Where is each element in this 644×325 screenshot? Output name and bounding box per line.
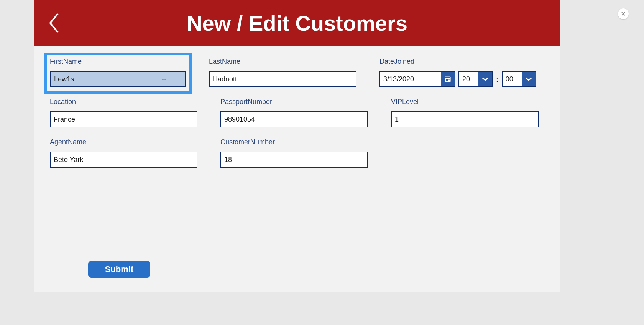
customer-form-modal: New / Edit Customers FirstName LastName … <box>34 0 560 292</box>
hour-dropdown-button[interactable] <box>478 72 492 86</box>
viplevel-input[interactable] <box>391 111 539 127</box>
firstname-input[interactable] <box>50 71 186 87</box>
datejoined-group: 20 : 00 <box>380 71 527 87</box>
modal-header: New / Edit Customers <box>34 0 560 46</box>
svg-rect-1 <box>445 77 450 78</box>
firstname-field-container: FirstName <box>44 53 192 94</box>
hour-select[interactable]: 20 <box>458 71 493 87</box>
agentname-input[interactable] <box>50 152 197 168</box>
svg-rect-5 <box>449 79 450 80</box>
lastname-field-container: LastName <box>209 58 356 87</box>
form-area: FirstName LastName DateJoined <box>34 46 560 190</box>
date-input-wrap <box>380 71 455 87</box>
minute-dropdown-button[interactable] <box>522 72 536 86</box>
close-icon <box>621 12 626 16</box>
location-field-container: Location <box>50 98 197 127</box>
minute-value: 00 <box>503 72 522 86</box>
agentname-label: AgentName <box>50 138 197 146</box>
customernumber-field-container: CustomerNumber <box>220 138 368 168</box>
viplevel-field-container: VIPLevel <box>391 98 539 127</box>
calendar-icon <box>444 76 451 82</box>
customernumber-input[interactable] <box>220 152 368 168</box>
form-row: AgentName CustomerNumber <box>50 138 544 168</box>
submit-button[interactable]: Submit <box>88 261 150 278</box>
svg-rect-4 <box>447 79 448 80</box>
viplevel-label: VIPLevel <box>391 98 539 106</box>
svg-rect-3 <box>446 79 447 80</box>
datejoined-label: DateJoined <box>380 58 527 66</box>
chevron-down-icon <box>481 77 489 81</box>
customernumber-label: CustomerNumber <box>220 138 368 146</box>
svg-rect-6 <box>446 80 447 81</box>
close-button[interactable] <box>618 8 629 19</box>
passportnumber-field-container: PassportNumber <box>220 98 368 127</box>
page-title: New / Edit Customers <box>46 11 548 36</box>
agentname-field-container: AgentName <box>50 138 197 168</box>
form-row: Location PassportNumber VIPLevel <box>50 98 544 127</box>
minute-select[interactable]: 00 <box>502 71 536 87</box>
passportnumber-input[interactable] <box>220 111 368 127</box>
passportnumber-label: PassportNumber <box>220 98 368 106</box>
firstname-label: FirstName <box>50 58 186 66</box>
datejoined-date-input[interactable] <box>380 72 441 86</box>
datejoined-field-container: DateJoined <box>380 58 527 87</box>
time-separator: : <box>496 75 499 84</box>
location-label: Location <box>50 98 197 106</box>
svg-rect-7 <box>447 80 448 81</box>
location-input[interactable] <box>50 111 197 127</box>
form-row: FirstName LastName DateJoined <box>50 58 544 87</box>
chevron-down-icon <box>525 77 532 81</box>
datepicker-button[interactable] <box>441 72 455 86</box>
lastname-label: LastName <box>209 58 356 66</box>
lastname-input[interactable] <box>209 71 356 87</box>
hour-value: 20 <box>459 72 478 86</box>
